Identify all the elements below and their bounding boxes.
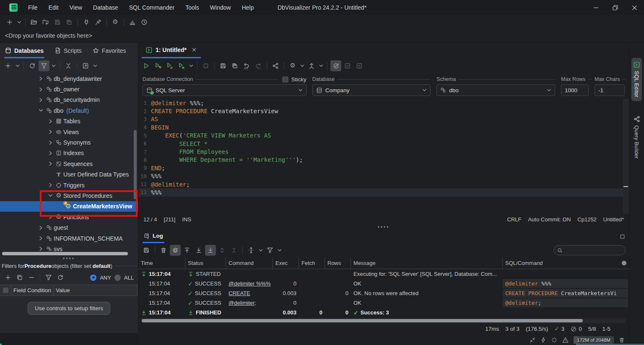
tree-item-db-denydatawriter[interactable]: db_denydatawriter [0, 73, 138, 84]
execute-explain-button[interactable] [176, 60, 187, 71]
tree-item-indexes[interactable]: Indexes [0, 148, 138, 158]
log-row[interactable]: 15:17:04FINISHED0.00300✓Success: 3 [138, 308, 629, 317]
log-row[interactable]: 15:17:04✓SUCCESS@delimiter;0OK@delimiter… [138, 298, 629, 308]
open-options-button[interactable] [92, 60, 98, 71]
menu-sql-commander[interactable]: SQL Commander [125, 3, 179, 13]
remove-filter-button[interactable] [26, 272, 37, 283]
tree-horizontal-scrollbar[interactable] [1, 252, 137, 256]
connection-select[interactable]: ✓ SQL Server [143, 84, 306, 96]
menu-view[interactable]: View [65, 3, 87, 13]
export-log-button[interactable] [141, 245, 152, 256]
sidebar-tab-databases[interactable]: Databases [4, 43, 44, 58]
log-row[interactable]: 15:17:04✓SUCCESS@delimiter %%%0OK@delimi… [138, 279, 629, 288]
clear-log-button[interactable] [158, 245, 169, 256]
warning-icon[interactable] [562, 337, 569, 343]
scroll-to-bottom-button[interactable] [193, 245, 204, 256]
log-search[interactable] [553, 245, 626, 255]
max-chars-input[interactable]: -1 [595, 84, 625, 96]
editor-settings-button[interactable]: ⚙ [287, 60, 298, 71]
log-row[interactable]: 15:17:04✓SUCCESSCREATE0.0030OK. No rows … [138, 288, 629, 298]
setup-filters-button[interactable]: Use controls to setup filters [28, 302, 110, 315]
tree-item-sys[interactable]: sys [0, 244, 138, 251]
editor-settings-options-button[interactable] [299, 60, 305, 71]
create-connection-button[interactable] [3, 60, 13, 71]
database-select[interactable]: Company [312, 84, 431, 96]
format-options-button[interactable] [318, 60, 324, 71]
import-button[interactable] [40, 17, 51, 28]
menu-database[interactable]: Database [88, 3, 123, 13]
chevron-right-icon[interactable] [37, 246, 44, 251]
chevron-right-icon[interactable] [37, 87, 44, 92]
save-button[interactable] [52, 17, 63, 28]
apply-filter-button[interactable] [43, 272, 54, 283]
tree-vertical-scrollbar[interactable] [134, 130, 137, 199]
execute-options-button[interactable] [188, 60, 194, 71]
right-tab-query-builder[interactable]: Query Builder [631, 112, 642, 162]
execute-current-button[interactable] [153, 60, 164, 71]
chevron-right-icon[interactable] [47, 130, 54, 134]
open-button[interactable] [29, 17, 39, 28]
filter-objects-button[interactable] [39, 60, 49, 71]
collapse-window-icon[interactable] [530, 337, 535, 343]
tab-untitled[interactable]: 1: Untitled* ✕ [142, 43, 201, 58]
chevron-right-icon[interactable] [37, 226, 44, 230]
log-row[interactable]: 15:17:04STARTEDExecuting for: 'SQL Serve… [138, 269, 629, 279]
expand-rows-button[interactable] [217, 245, 228, 256]
command-link[interactable]: @delimiter; [229, 300, 256, 306]
menu-window[interactable]: Window [205, 3, 236, 13]
chevron-right-icon[interactable] [47, 161, 54, 166]
tree-item-db-securityadmin[interactable]: db_securityadmin [0, 95, 138, 105]
filter-log-options-button[interactable] [276, 245, 283, 256]
scroll-to-top-button[interactable] [182, 245, 192, 256]
tree-item-createmarketersview[interactable]: ⚙+CreateMarketersView [0, 201, 138, 212]
sql-editor[interactable]: 1@delimiter %%%;2CREATE PROCEDURE Create… [138, 99, 629, 214]
history-button[interactable] [139, 17, 150, 28]
log-maximize-button[interactable] [620, 230, 625, 243]
connect-button[interactable] [93, 17, 104, 28]
match-any-radio[interactable] [90, 275, 96, 281]
tree-item-functions[interactable]: ⚙Functions [0, 212, 138, 222]
right-tab-sql-editor[interactable]: SQL Editor [631, 58, 642, 101]
command-link[interactable]: CREATE [229, 290, 250, 296]
editor-scrollbar-gutter[interactable] [623, 99, 629, 214]
execute-button[interactable] [141, 60, 152, 71]
tree-item-triggers[interactable]: Triggers [0, 180, 138, 190]
menu-file[interactable]: File [23, 3, 42, 13]
redo-sql-button[interactable]: SQL [253, 60, 264, 71]
tree-item-information-schema[interactable]: INFORMATION_SCHEMA [0, 233, 138, 244]
garbage-collect-icon[interactable] [619, 337, 625, 343]
rollback-button[interactable] [354, 60, 365, 71]
log-horizontal-scrollbar[interactable] [141, 318, 626, 323]
create-options-button[interactable] [14, 60, 21, 71]
query-builder-open-button[interactable] [270, 60, 281, 71]
select-all-checkbox[interactable] [3, 288, 8, 293]
log-column-rows[interactable]: Rows [325, 257, 351, 269]
bolt-icon[interactable] [540, 337, 546, 343]
auto-clear-log-button[interactable] [170, 245, 181, 256]
tree-item-db-owner[interactable]: db_owner [0, 84, 138, 94]
chevron-right-icon[interactable] [37, 98, 44, 102]
format-sql-button[interactable] [306, 60, 317, 71]
tree-item-sequences[interactable]: Sequences [0, 158, 138, 169]
command-link[interactable]: @delimiter %%% [229, 280, 271, 287]
auto-commit-toggle-button[interactable] [330, 60, 341, 71]
sidebar-tab-favorites[interactable]: Favorites [92, 43, 127, 58]
add-filter-button[interactable] [3, 272, 13, 283]
filter-log-button[interactable] [265, 245, 275, 256]
tree-item-user-defined-data-types[interactable]: TUser Defined Data Types [0, 169, 138, 180]
new-options-button[interactable] [16, 17, 22, 28]
menu-tools[interactable]: Tools [181, 3, 204, 13]
log-column-fetch[interactable]: Fetch [299, 257, 325, 269]
chevron-right-icon[interactable] [37, 236, 44, 241]
log-column-status[interactable]: Status [185, 257, 226, 269]
log-splitter[interactable]: •••• [138, 225, 629, 230]
sidebar-tab-scripts[interactable]: Scripts [54, 43, 83, 58]
minimize-button[interactable] [586, 0, 605, 15]
collapse-all-button[interactable] [63, 60, 74, 71]
chevron-down-icon[interactable] [47, 194, 54, 197]
chevron-right-icon[interactable] [37, 76, 44, 81]
memory-indicator[interactable]: 172M of 2048M [574, 336, 614, 344]
tree-item-guest[interactable]: guest [0, 222, 138, 233]
chevron-right-icon[interactable] [47, 140, 54, 145]
tree-item-dbo[interactable]: dbo(Default) [0, 105, 138, 116]
